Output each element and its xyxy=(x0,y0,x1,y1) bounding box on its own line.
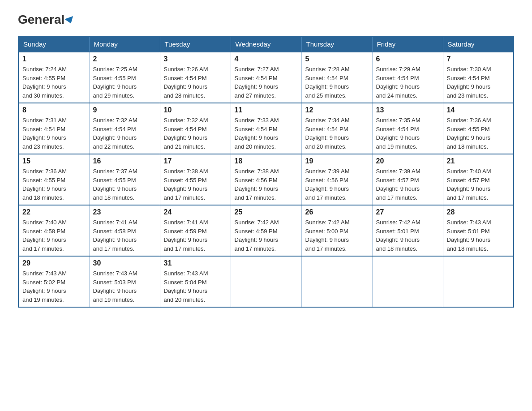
calendar-cell: 17Sunrise: 7:38 AMSunset: 4:55 PMDayligh… xyxy=(160,154,231,205)
calendar-header-row: SundayMondayTuesdayWednesdayThursdayFrid… xyxy=(18,36,514,52)
logo: General xyxy=(18,13,74,27)
day-number: 27 xyxy=(376,208,439,216)
calendar-cell: 8Sunrise: 7:31 AMSunset: 4:54 PMDaylight… xyxy=(18,103,89,154)
day-info: Sunrise: 7:29 AMSunset: 4:54 PMDaylight:… xyxy=(376,65,439,100)
calendar-cell: 21Sunrise: 7:40 AMSunset: 4:57 PMDayligh… xyxy=(443,154,514,205)
day-header-thursday: Thursday xyxy=(301,36,372,52)
calendar-cell: 4Sunrise: 7:27 AMSunset: 4:54 PMDaylight… xyxy=(231,52,301,103)
day-header-wednesday: Wednesday xyxy=(231,36,301,52)
calendar-cell: 31Sunrise: 7:43 AMSunset: 5:04 PMDayligh… xyxy=(160,256,231,307)
day-number: 10 xyxy=(164,106,227,114)
logo-text: General xyxy=(18,13,74,26)
calendar-cell: 22Sunrise: 7:40 AMSunset: 4:58 PMDayligh… xyxy=(18,205,89,256)
day-number: 24 xyxy=(164,208,227,216)
day-number: 19 xyxy=(305,157,369,165)
day-info: Sunrise: 7:43 AMSunset: 5:01 PMDaylight:… xyxy=(447,218,510,253)
day-info: Sunrise: 7:43 AMSunset: 5:02 PMDaylight:… xyxy=(22,269,86,304)
calendar-cell: 10Sunrise: 7:32 AMSunset: 4:54 PMDayligh… xyxy=(160,103,231,154)
calendar-cell: 30Sunrise: 7:43 AMSunset: 5:03 PMDayligh… xyxy=(89,256,160,307)
day-number: 1 xyxy=(22,55,86,63)
day-info: Sunrise: 7:26 AMSunset: 4:54 PMDaylight:… xyxy=(164,65,227,100)
day-info: Sunrise: 7:39 AMSunset: 4:56 PMDaylight:… xyxy=(305,167,369,202)
calendar-cell: 25Sunrise: 7:42 AMSunset: 4:59 PMDayligh… xyxy=(231,205,301,256)
calendar-week-row: 29Sunrise: 7:43 AMSunset: 5:02 PMDayligh… xyxy=(18,256,514,307)
day-info: Sunrise: 7:39 AMSunset: 4:57 PMDaylight:… xyxy=(376,167,439,202)
calendar-cell: 16Sunrise: 7:37 AMSunset: 4:55 PMDayligh… xyxy=(89,154,160,205)
day-number: 9 xyxy=(93,106,156,114)
day-info: Sunrise: 7:32 AMSunset: 4:54 PMDaylight:… xyxy=(164,116,227,151)
day-number: 18 xyxy=(235,157,298,165)
calendar-cell: 28Sunrise: 7:43 AMSunset: 5:01 PMDayligh… xyxy=(443,205,514,256)
day-number: 15 xyxy=(22,157,86,165)
day-info: Sunrise: 7:40 AMSunset: 4:57 PMDaylight:… xyxy=(447,167,510,202)
logo-triangle-icon xyxy=(64,16,75,25)
day-header-tuesday: Tuesday xyxy=(160,36,231,52)
day-info: Sunrise: 7:32 AMSunset: 4:54 PMDaylight:… xyxy=(93,116,156,151)
calendar-week-row: 8Sunrise: 7:31 AMSunset: 4:54 PMDaylight… xyxy=(18,103,514,154)
day-info: Sunrise: 7:35 AMSunset: 4:54 PMDaylight:… xyxy=(376,116,439,151)
day-info: Sunrise: 7:27 AMSunset: 4:54 PMDaylight:… xyxy=(235,65,298,100)
day-header-sunday: Sunday xyxy=(18,36,89,52)
day-info: Sunrise: 7:28 AMSunset: 4:54 PMDaylight:… xyxy=(305,65,369,100)
day-number: 20 xyxy=(376,157,439,165)
calendar-table: SundayMondayTuesdayWednesdayThursdayFrid… xyxy=(18,36,514,308)
day-info: Sunrise: 7:38 AMSunset: 4:56 PMDaylight:… xyxy=(235,167,298,202)
calendar-cell: 5Sunrise: 7:28 AMSunset: 4:54 PMDaylight… xyxy=(301,52,372,103)
calendar-cell: 24Sunrise: 7:41 AMSunset: 4:59 PMDayligh… xyxy=(160,205,231,256)
day-number: 29 xyxy=(22,259,86,267)
day-info: Sunrise: 7:36 AMSunset: 4:55 PMDaylight:… xyxy=(22,167,86,202)
day-info: Sunrise: 7:31 AMSunset: 4:54 PMDaylight:… xyxy=(22,116,86,151)
calendar-cell: 2Sunrise: 7:25 AMSunset: 4:55 PMDaylight… xyxy=(89,52,160,103)
day-info: Sunrise: 7:41 AMSunset: 4:58 PMDaylight:… xyxy=(93,218,156,253)
day-number: 21 xyxy=(447,157,510,165)
day-info: Sunrise: 7:42 AMSunset: 5:01 PMDaylight:… xyxy=(376,218,439,253)
calendar-cell: 11Sunrise: 7:33 AMSunset: 4:54 PMDayligh… xyxy=(231,103,301,154)
calendar-cell: 1Sunrise: 7:24 AMSunset: 4:55 PMDaylight… xyxy=(18,52,89,103)
day-number: 25 xyxy=(235,208,298,216)
day-info: Sunrise: 7:37 AMSunset: 4:55 PMDaylight:… xyxy=(93,167,156,202)
calendar-cell: 9Sunrise: 7:32 AMSunset: 4:54 PMDaylight… xyxy=(89,103,160,154)
day-number: 16 xyxy=(93,157,156,165)
day-header-monday: Monday xyxy=(89,36,160,52)
day-info: Sunrise: 7:33 AMSunset: 4:54 PMDaylight:… xyxy=(235,116,298,151)
calendar-cell: 29Sunrise: 7:43 AMSunset: 5:02 PMDayligh… xyxy=(18,256,89,307)
calendar-cell: 19Sunrise: 7:39 AMSunset: 4:56 PMDayligh… xyxy=(301,154,372,205)
calendar-cell: 12Sunrise: 7:34 AMSunset: 4:54 PMDayligh… xyxy=(301,103,372,154)
calendar-cell: 14Sunrise: 7:36 AMSunset: 4:55 PMDayligh… xyxy=(443,103,514,154)
day-header-saturday: Saturday xyxy=(443,36,514,52)
calendar-week-row: 1Sunrise: 7:24 AMSunset: 4:55 PMDaylight… xyxy=(18,52,514,103)
day-info: Sunrise: 7:43 AMSunset: 5:04 PMDaylight:… xyxy=(164,269,227,304)
day-info: Sunrise: 7:38 AMSunset: 4:55 PMDaylight:… xyxy=(164,167,227,202)
day-number: 31 xyxy=(164,259,227,267)
calendar-cell: 3Sunrise: 7:26 AMSunset: 4:54 PMDaylight… xyxy=(160,52,231,103)
day-info: Sunrise: 7:34 AMSunset: 4:54 PMDaylight:… xyxy=(305,116,369,151)
day-info: Sunrise: 7:41 AMSunset: 4:59 PMDaylight:… xyxy=(164,218,227,253)
day-number: 28 xyxy=(447,208,510,216)
calendar-cell: 15Sunrise: 7:36 AMSunset: 4:55 PMDayligh… xyxy=(18,154,89,205)
calendar-cell xyxy=(301,256,372,307)
page-header: General xyxy=(18,13,514,27)
day-number: 26 xyxy=(305,208,369,216)
day-number: 4 xyxy=(235,55,298,63)
day-info: Sunrise: 7:42 AMSunset: 4:59 PMDaylight:… xyxy=(235,218,298,253)
calendar-cell: 20Sunrise: 7:39 AMSunset: 4:57 PMDayligh… xyxy=(372,154,443,205)
calendar-cell xyxy=(231,256,301,307)
day-number: 5 xyxy=(305,55,369,63)
calendar-cell: 23Sunrise: 7:41 AMSunset: 4:58 PMDayligh… xyxy=(89,205,160,256)
calendar-cell: 13Sunrise: 7:35 AMSunset: 4:54 PMDayligh… xyxy=(372,103,443,154)
day-number: 7 xyxy=(447,55,510,63)
day-number: 11 xyxy=(235,106,298,114)
day-number: 3 xyxy=(164,55,227,63)
day-info: Sunrise: 7:43 AMSunset: 5:03 PMDaylight:… xyxy=(93,269,156,304)
day-info: Sunrise: 7:36 AMSunset: 4:55 PMDaylight:… xyxy=(447,116,510,151)
day-number: 14 xyxy=(447,106,510,114)
calendar-cell: 6Sunrise: 7:29 AMSunset: 4:54 PMDaylight… xyxy=(372,52,443,103)
day-number: 8 xyxy=(22,106,86,114)
day-info: Sunrise: 7:30 AMSunset: 4:54 PMDaylight:… xyxy=(447,65,510,100)
day-number: 13 xyxy=(376,106,439,114)
calendar-cell: 18Sunrise: 7:38 AMSunset: 4:56 PMDayligh… xyxy=(231,154,301,205)
calendar-cell: 26Sunrise: 7:42 AMSunset: 5:00 PMDayligh… xyxy=(301,205,372,256)
day-info: Sunrise: 7:25 AMSunset: 4:55 PMDaylight:… xyxy=(93,65,156,100)
calendar-cell: 27Sunrise: 7:42 AMSunset: 5:01 PMDayligh… xyxy=(372,205,443,256)
day-number: 6 xyxy=(376,55,439,63)
